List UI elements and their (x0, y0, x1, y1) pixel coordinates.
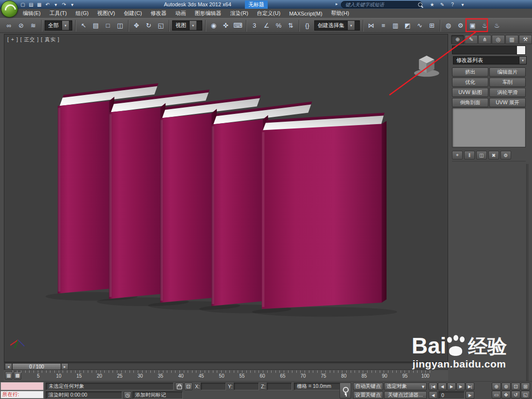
x-coordinate-field[interactable] (201, 383, 226, 390)
chevron-down-icon[interactable]: ▾ (347, 21, 355, 30)
reference-coordinate-dropdown[interactable]: 视图 ▾ (172, 20, 202, 31)
menu-item[interactable]: 帮助(H) (327, 9, 354, 18)
unlink-selection-icon[interactable]: ⊘ (16, 20, 27, 32)
application-menu-logo[interactable] (1, 0, 18, 17)
search-icon[interactable] (418, 2, 422, 7)
named-selection-sets-dropdown[interactable]: 创建选择集 ▾ (314, 20, 360, 31)
next-frame-icon[interactable]: ▶ (456, 383, 465, 390)
keyboard-override-icon[interactable]: ⌨ (232, 20, 243, 32)
menu-item[interactable]: 创建(C) (119, 9, 146, 18)
render-setup-icon[interactable]: ⚙ (455, 20, 466, 32)
rendered-frame-icon[interactable]: ▣ (467, 20, 478, 32)
percent-snap-icon[interactable]: % (273, 20, 284, 32)
frame-step-down-icon[interactable]: ◀ (429, 391, 437, 399)
menu-item[interactable]: 图形编辑器 (191, 9, 226, 18)
create-tab[interactable]: ⊕ (451, 35, 464, 44)
menu-item[interactable]: 修改器 (146, 9, 171, 18)
spinner-snap-icon[interactable]: ⇅ (285, 20, 296, 32)
material-editor-icon[interactable]: ◍ (443, 20, 454, 32)
zoom-extents-icon[interactable]: ⊡ (511, 383, 520, 390)
display-tab[interactable]: ▥ (505, 35, 518, 44)
select-and-move-icon[interactable]: ✥ (131, 20, 142, 32)
rectangular-selection-icon[interactable]: □ (102, 20, 113, 32)
modifier-button[interactable]: 编辑面片 (489, 67, 526, 77)
object-color-swatch[interactable] (516, 46, 526, 55)
snap-toggle-3d-icon[interactable]: 3 (249, 20, 260, 32)
select-and-link-icon[interactable]: ∞ (3, 20, 15, 32)
make-unique-icon[interactable]: ◫ (476, 151, 487, 160)
save-file-icon[interactable]: ▦ (36, 0, 43, 8)
select-and-scale-icon[interactable]: ◱ (155, 20, 166, 32)
pan-icon[interactable]: ✥ (501, 391, 511, 399)
previous-frame-slider-icon[interactable]: ◄ (5, 363, 12, 370)
pin-stack-icon[interactable]: ⌖ (452, 151, 463, 160)
curve-editor-icon[interactable]: ∿ (414, 20, 425, 32)
pencil-icon[interactable]: ✎ (439, 0, 446, 8)
menu-item[interactable]: 工具(T) (45, 9, 71, 18)
show-end-result-icon[interactable]: ‖ (464, 151, 475, 160)
play-icon[interactable]: ▶ (447, 383, 456, 390)
redo-menu-icon[interactable]: ▾ (69, 0, 76, 8)
modifier-button[interactable]: UVW 贴图 (452, 88, 488, 97)
time-tag-icon[interactable]: ◷ (124, 391, 131, 399)
help-menu-icon[interactable]: ▾ (459, 0, 466, 8)
selection-filter-dropdown[interactable]: 全部 ▾ (45, 20, 72, 31)
chevron-down-icon[interactable]: ▾ (62, 21, 69, 30)
menu-item[interactable]: 渲染(R) (226, 9, 253, 18)
key-filters-button[interactable]: 关键点过滤器... (384, 391, 427, 399)
remove-modifier-icon[interactable]: ✖ (488, 151, 499, 160)
chevron-down-icon[interactable]: ▾ (189, 21, 196, 30)
modifier-stack[interactable] (452, 108, 526, 147)
object-name-field[interactable] (452, 46, 517, 54)
menu-item[interactable]: 自定义(U) (253, 9, 285, 18)
auto-key-button[interactable]: 自动关键点 (353, 383, 383, 390)
track-bar[interactable]: ▦▩ 0510152025303540455055606570758085909… (4, 370, 448, 382)
y-coordinate-field[interactable] (234, 383, 259, 390)
add-time-tag-field[interactable]: 添加时间标记 (132, 391, 183, 399)
schematic-view-icon[interactable]: ⊞ (426, 20, 437, 32)
use-pivot-center-icon[interactable]: ◉ (208, 20, 219, 32)
next-frame-slider-icon[interactable]: ► (61, 363, 68, 370)
selection-set-dropdown[interactable]: 选定对象 ▾ (384, 383, 427, 390)
zoom-region-icon[interactable]: ▭ (492, 391, 501, 399)
z-coordinate-field[interactable] (267, 383, 292, 390)
macro-recorder-field[interactable] (0, 382, 44, 390)
set-keys-button[interactable] (339, 383, 351, 399)
redo-icon[interactable]: ↷ (61, 0, 67, 8)
time-slider-handle[interactable]: 0 / 100 (12, 363, 61, 370)
go-to-end-icon[interactable]: ▶| (466, 383, 474, 390)
maxscript-listener-field[interactable]: 所在行: (0, 391, 44, 399)
time-slider[interactable]: ◄ 0 / 100 ► (4, 362, 448, 370)
zoom-icon[interactable]: ⊕ (492, 383, 501, 390)
previous-frame-icon[interactable]: ◀ (438, 383, 447, 390)
motion-tab[interactable]: ◎ (492, 35, 505, 44)
frame-step-up-icon[interactable]: ▶ (466, 391, 474, 399)
select-by-name-icon[interactable]: ▤ (90, 20, 101, 32)
menu-item[interactable]: 编辑(E) (18, 9, 45, 18)
align-icon[interactable]: ≡ (378, 20, 389, 32)
absolute-offset-toggle[interactable]: ⊡ (184, 383, 193, 390)
modifier-button[interactable]: 涡轮平滑 (489, 88, 526, 97)
mirror-icon[interactable]: ⋈ (366, 20, 377, 32)
new-scene-icon[interactable]: ▢ (19, 0, 26, 8)
set-key-button[interactable]: 设置关键点 (353, 391, 383, 399)
help-icon[interactable]: ? (449, 0, 456, 8)
hierarchy-tab[interactable]: ⋔ (478, 35, 491, 44)
modifier-button[interactable]: UVW 展开 (489, 98, 526, 107)
modifier-button[interactable]: 优化 (452, 78, 488, 87)
current-frame-field[interactable]: 0 (438, 391, 465, 399)
viewport-label[interactable]: [ + ] [ 正交 ] [ 真实 ] (7, 36, 60, 43)
undo-icon[interactable]: ↶ (44, 0, 51, 8)
menu-item[interactable]: MAXScript(M) (285, 9, 326, 18)
bind-to-space-warp-icon[interactable]: ≋ (28, 20, 39, 32)
maximize-viewport-icon[interactable]: ◱ (521, 391, 530, 399)
modifier-button[interactable]: 倒角剖面 (452, 98, 488, 107)
search-input[interactable]: 键入关键字或短语 (341, 1, 422, 8)
open-file-icon[interactable]: ▤ (28, 0, 34, 8)
panel-scrollbar[interactable] (526, 164, 529, 399)
modify-tab[interactable]: ✎ (465, 35, 478, 44)
menu-item[interactable]: 动画 (171, 9, 191, 18)
go-to-start-icon[interactable]: |◀ (429, 383, 437, 390)
star-icon[interactable]: ★ (429, 0, 435, 8)
selection-lock-button[interactable] (175, 383, 183, 390)
